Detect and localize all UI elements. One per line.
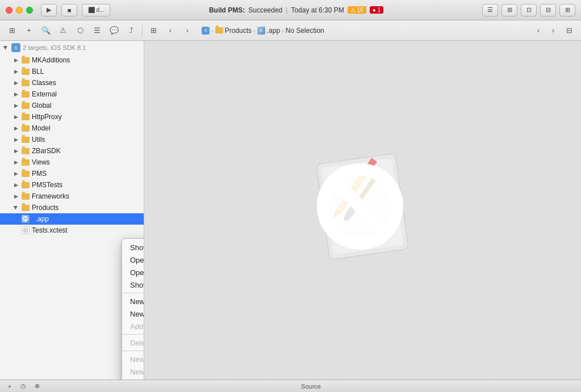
- folder-icon-model: [22, 125, 30, 132]
- breadcrumb-project[interactable]: X: [202, 27, 210, 35]
- disclosure-pms[interactable]: ▶: [12, 170, 19, 177]
- alert-nav-right[interactable]: ›: [547, 24, 559, 37]
- sidebar-item-classes[interactable]: ▶ Classes: [0, 77, 144, 88]
- sidebar-item-pmstests[interactable]: ▶ PMSTests: [0, 179, 144, 191]
- label-frameworks: Frameworks: [32, 192, 69, 200]
- view-toggle-1[interactable]: ☰: [482, 4, 498, 16]
- breadcrumb-folder[interactable]: Products: [215, 27, 252, 35]
- xctest-file-icon: [22, 226, 30, 234]
- view-toggle-2[interactable]: ⊞: [501, 4, 517, 16]
- menu-new-project[interactable]: New Project...: [122, 307, 144, 320]
- play-button[interactable]: ▶: [41, 4, 57, 16]
- view-toggle-4[interactable]: ⊟: [540, 4, 556, 16]
- menu-new-group-selection: New Group from Selection: [122, 365, 144, 378]
- label-zbarsdk: ZBarSDK: [32, 147, 61, 155]
- panel-toggle[interactable]: ⊞: [559, 4, 575, 16]
- disclosure-classes[interactable]: ▶: [12, 79, 19, 86]
- view-toggle-3[interactable]: ⊡: [521, 4, 537, 16]
- filter-button[interactable]: ☰: [90, 24, 105, 37]
- disclosure-global[interactable]: ▶: [12, 102, 19, 109]
- disclosure-pmstests[interactable]: ▶: [12, 182, 19, 188]
- menu-show-in-finder-label: Show in Finder: [130, 243, 144, 252]
- bottom-warning-btn[interactable]: ⊕: [32, 382, 42, 391]
- disclosure-model[interactable]: ▶: [12, 125, 19, 132]
- nav-grid-button[interactable]: ⊞: [146, 24, 161, 37]
- folder-icon-views: [22, 159, 30, 166]
- disclosure-views[interactable]: ▶: [12, 159, 19, 166]
- close-button[interactable]: [6, 7, 12, 14]
- bottom-source-label: Source: [45, 383, 576, 390]
- sidebar-item-frameworks[interactable]: ▶ Frameworks: [0, 191, 144, 202]
- disclosure-mkadditions[interactable]: ▶: [12, 57, 19, 64]
- alert-nav-left[interactable]: ‹: [532, 24, 545, 37]
- menu-sep-3: [122, 351, 144, 351]
- menu-new-file[interactable]: New File...: [122, 295, 144, 307]
- nav-forward-button[interactable]: ›: [180, 24, 195, 37]
- source-control-button[interactable]: ⤴: [124, 24, 139, 37]
- sidebar-item-utils[interactable]: ▶ Utils: [0, 134, 144, 145]
- menu-open-external-editor[interactable]: Open with External Editor: [122, 254, 144, 266]
- menu-open-as-label: Open As: [130, 268, 144, 277]
- context-menu: Show in Finder Open with External Editor…: [122, 238, 144, 380]
- menu-show-file-inspector[interactable]: Show File Inspector: [122, 279, 144, 291]
- folder-icon-external: [22, 91, 30, 98]
- sidebar-item-products[interactable]: ▶ Products: [0, 202, 144, 213]
- label-mkadditions: MKAdditions: [32, 56, 70, 64]
- menu-show-in-finder[interactable]: Show in Finder: [122, 241, 144, 254]
- sidebar-item-pms[interactable]: ▶ PMS: [0, 168, 144, 179]
- disclosure-frameworks[interactable]: ▶: [12, 193, 19, 200]
- disclosure-zbarsdk[interactable]: ▶: [12, 147, 19, 154]
- project-disclosure[interactable]: ▶: [2, 44, 9, 51]
- bottom-add-btn[interactable]: +: [5, 382, 15, 391]
- sidebar: ▶ X 2 targets, iOS SDK 8.1 ▶ MKAdditions…: [0, 41, 144, 380]
- menu-new-group-selection-label: New Group from Selection: [130, 368, 144, 376]
- menu-open-as[interactable]: Open As ▶: [122, 266, 144, 279]
- build-time: Today at 6:30 PM: [291, 6, 344, 14]
- folder-icon-frameworks: [22, 193, 30, 200]
- sidebar-item-zbarsdk[interactable]: ▶ ZBarSDK: [0, 145, 144, 157]
- minimize-button[interactable]: [16, 7, 23, 14]
- folder-icon-products: [22, 205, 30, 211]
- breadcrumb-folder-label: Products: [225, 27, 252, 35]
- navigator-toggle[interactable]: ⊞: [5, 24, 19, 37]
- toolbar-right: ‹ › ⊟: [532, 24, 576, 37]
- warning-badge[interactable]: ⚠ 16: [348, 6, 366, 14]
- error-badge[interactable]: ● 1: [370, 6, 383, 14]
- menu-new-project-label: New Project...: [130, 310, 144, 318]
- disclosure-bll[interactable]: ▶: [12, 68, 19, 75]
- bottom-filter-btn[interactable]: ◷: [18, 382, 28, 391]
- comment-button[interactable]: 💬: [107, 24, 122, 37]
- breadcrumb-sep-3: ›: [282, 27, 284, 34]
- add-button[interactable]: +: [22, 24, 36, 37]
- sidebar-item-app[interactable]: .app: [0, 213, 144, 225]
- label-bll: BLL: [32, 68, 44, 75]
- label-model: Model: [32, 124, 51, 132]
- search-button[interactable]: 🔍: [39, 24, 53, 37]
- project-root[interactable]: ▶ X 2 targets, iOS SDK 8.1: [0, 41, 144, 54]
- sidebar-item-external[interactable]: ▶ External: [0, 88, 144, 100]
- sidebar-item-global[interactable]: ▶ Global: [0, 100, 144, 111]
- panel-inspector[interactable]: ⊟: [562, 24, 576, 37]
- stop-button[interactable]: ■: [61, 4, 77, 16]
- disclosure-external[interactable]: ▶: [12, 91, 19, 98]
- sidebar-item-httpproxy[interactable]: ▶ HttpProxy: [0, 111, 144, 123]
- folder-icon-utils: [22, 137, 30, 143]
- sidebar-item-views[interactable]: ▶ Views: [0, 157, 144, 168]
- breadcrumb-app[interactable]: A .app: [257, 27, 280, 35]
- disclosure-httpproxy[interactable]: ▶: [12, 113, 19, 120]
- sidebar-item-xctest[interactable]: Tests.xctest: [0, 225, 144, 236]
- warning-button[interactable]: ⚠: [56, 24, 70, 37]
- disclosure-utils[interactable]: ▶: [12, 136, 19, 143]
- breakpoint-button[interactable]: ⬡: [73, 24, 87, 37]
- disclosure-products[interactable]: ▶: [12, 204, 19, 211]
- sidebar-item-mkadditions[interactable]: ▶ MKAdditions: [0, 54, 144, 66]
- maximize-button[interactable]: [26, 7, 33, 14]
- app-icon: A: [257, 27, 265, 35]
- nav-back-button[interactable]: ‹: [163, 24, 178, 37]
- label-views: Views: [32, 158, 50, 166]
- sidebar-item-model[interactable]: ▶ Model: [0, 123, 144, 134]
- menu-open-external-editor-label: Open with External Editor: [130, 256, 144, 264]
- bottom-bar: + ◷ ⊕ Source: [0, 380, 581, 392]
- sidebar-item-bll[interactable]: ▶ BLL: [0, 66, 144, 77]
- scheme-selector[interactable]: ⬛ d...: [82, 4, 110, 16]
